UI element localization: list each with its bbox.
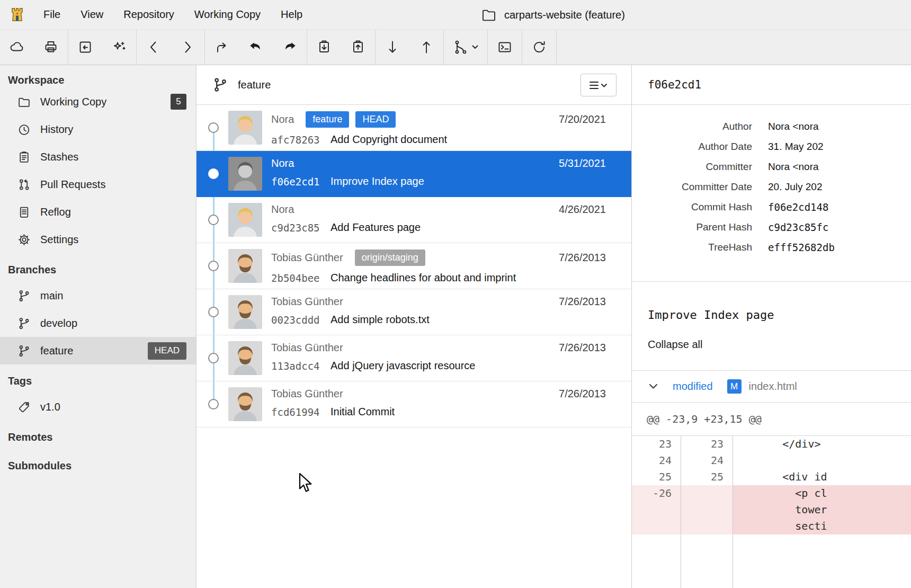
graph-node: [208, 261, 219, 271]
checkout-button[interactable]: [205, 32, 239, 63]
commit-row[interactable]: Tobias Günther 7/26/2013 113adcc4 Add jQ…: [197, 335, 631, 381]
sidebar-branch-develop[interactable]: develop: [0, 309, 196, 337]
sidebar-item-settings[interactable]: Settings: [0, 226, 196, 253]
sidebar-item-label: Settings: [40, 234, 78, 246]
changed-file-row[interactable]: modified M index.html: [632, 371, 911, 403]
diff-line: 23 23 </div>: [632, 436, 911, 452]
sidebar-heading-submodules[interactable]: Submodules: [0, 458, 196, 474]
sidebar-item-label: Pull Requests: [40, 179, 105, 191]
meta-label: TreeHash: [632, 242, 752, 253]
branch-icon: [17, 316, 31, 330]
graph-node: [208, 353, 219, 363]
new-line-number: [681, 518, 733, 534]
branch-icon: [17, 344, 31, 358]
sidebar-branch-main[interactable]: main: [0, 282, 196, 309]
forward-button[interactable]: [171, 32, 204, 63]
new-line-number: 24: [681, 452, 733, 469]
menu-repository[interactable]: Repository: [113, 0, 184, 30]
avatar: [228, 157, 262, 191]
branch-label: main: [40, 290, 63, 302]
push-button[interactable]: [409, 32, 443, 63]
commit-row[interactable]: Nora feature HEAD 7/20/2021 afc78263 Add…: [197, 105, 631, 151]
sidebar-branch-feature[interactable]: feature HEAD: [0, 337, 196, 364]
diff-line: 25 25 <div id: [632, 469, 911, 485]
merge-button[interactable]: [444, 32, 487, 63]
terminal-button[interactable]: [488, 32, 522, 63]
collapse-all-link[interactable]: Collapse all: [648, 338, 702, 351]
commit-message: Add jQuery javascript resource: [331, 360, 475, 372]
refresh-button[interactable]: [522, 32, 556, 63]
commit-hash: 113adcc4: [271, 360, 331, 372]
history-header: feature: [197, 65, 631, 105]
pull-arrow-icon: [385, 39, 400, 55]
back-button[interactable]: [137, 32, 171, 63]
diff-code: secti: [733, 518, 911, 534]
menu-file[interactable]: File: [33, 0, 70, 30]
commit-date: 7/26/2013: [559, 296, 606, 308]
meta-row: Commit Hash f06e2cd148: [632, 197, 911, 217]
menu-view[interactable]: View: [70, 0, 113, 30]
diff-code: tower: [733, 502, 911, 518]
branch-label: develop: [40, 317, 77, 329]
commit-hash: 0023cddd: [271, 314, 331, 326]
commit-row[interactable]: Nora 4/26/2021 c9d23c85 Add Features pag…: [197, 197, 631, 243]
merge-icon: [453, 39, 469, 55]
commit-message: Add simple robots.txt: [331, 314, 430, 326]
stash-save-button[interactable]: [307, 32, 341, 63]
meta-label: Author: [632, 121, 752, 132]
commit-row[interactable]: Tobias Günther 7/26/2013 0023cddd Add si…: [197, 289, 631, 335]
pull-button[interactable]: [376, 32, 409, 63]
sidebar-heading-branches: Branches: [0, 262, 196, 278]
redo-button[interactable]: [273, 32, 307, 63]
commit-date: 7/26/2013: [559, 252, 606, 264]
sidebar-tag-v1[interactable]: v1.0: [0, 393, 196, 421]
new-line-number: 23: [681, 436, 733, 452]
sidebar-heading-remotes[interactable]: Remotes: [0, 429, 196, 445]
chevron-down-icon[interactable]: [649, 384, 658, 389]
toolbar-separator: [556, 30, 557, 65]
sidebar-item-history[interactable]: History: [0, 115, 196, 143]
clipboard-icon: [17, 150, 31, 164]
commit-row[interactable]: Tobias Günther origin/staging 7/26/2013 …: [197, 243, 631, 289]
chevron-left-icon: [146, 39, 162, 55]
print-button[interactable]: [34, 32, 68, 63]
commit-author: Tobias Günther: [271, 296, 343, 308]
gear-icon: [17, 233, 31, 246]
avatar: [228, 295, 262, 329]
sidebar-item-stashes[interactable]: Stashes: [0, 143, 196, 171]
commit-details-panel: f06e2cd1 Author Nora <nora Author Date 3…: [631, 65, 911, 588]
commit-hash: 2b504bee: [271, 272, 331, 284]
sidebar-item-working-copy[interactable]: Working Copy 5: [0, 88, 196, 115]
old-line-number: -26: [632, 485, 681, 502]
graph-node: [208, 168, 219, 179]
fetch-button[interactable]: [0, 32, 34, 63]
menu-working-copy[interactable]: Working Copy: [184, 0, 271, 30]
sidebar-item-reflog[interactable]: Reflog: [0, 198, 196, 226]
meta-label: Commit Hash: [632, 201, 752, 213]
diff-line-removed: tower: [632, 502, 911, 518]
meta-value: 20. July 202: [752, 181, 822, 193]
sidebar: Workspace Working Copy 5 History Stashes…: [0, 65, 197, 588]
commit-message: Add Copyright document: [331, 133, 447, 146]
stash-pop-button[interactable]: [341, 32, 375, 63]
undo-button[interactable]: [239, 32, 273, 63]
diff-gutter-separator: [733, 436, 733, 588]
menu-help[interactable]: Help: [271, 0, 312, 30]
commit-message-block: Improve Index page Collapse all: [632, 282, 911, 371]
sidebar-item-pull-requests[interactable]: Pull Requests: [0, 171, 196, 198]
meta-value: 31. May 202: [752, 141, 824, 153]
commit-author: Nora: [271, 113, 294, 126]
commit-row-selected[interactable]: Nora 5/31/2021 f06e2cd1 Improve Index pa…: [197, 151, 631, 197]
modified-badge: M: [727, 379, 742, 394]
open-repository-button[interactable]: [68, 32, 102, 63]
diff-view[interactable]: 23 23 </div> 24 24 25 25 <div id -26 <p …: [632, 436, 911, 588]
quick-actions-button[interactable]: [102, 32, 136, 63]
commit-message: Initial Commit: [331, 406, 395, 418]
new-line-number: [681, 485, 733, 502]
meta-row: Committer Nora <nora: [632, 157, 911, 177]
commit-history-panel: feature Nora feature HEAD 7/20/2021 afc7…: [197, 65, 631, 588]
commit-message: Change headlines for about and imprint: [331, 272, 516, 284]
folder-icon: [481, 7, 497, 23]
commit-row[interactable]: Tobias Günther 7/26/2013 fcd61994 Initia…: [197, 381, 631, 427]
history-options-button[interactable]: [580, 74, 617, 96]
